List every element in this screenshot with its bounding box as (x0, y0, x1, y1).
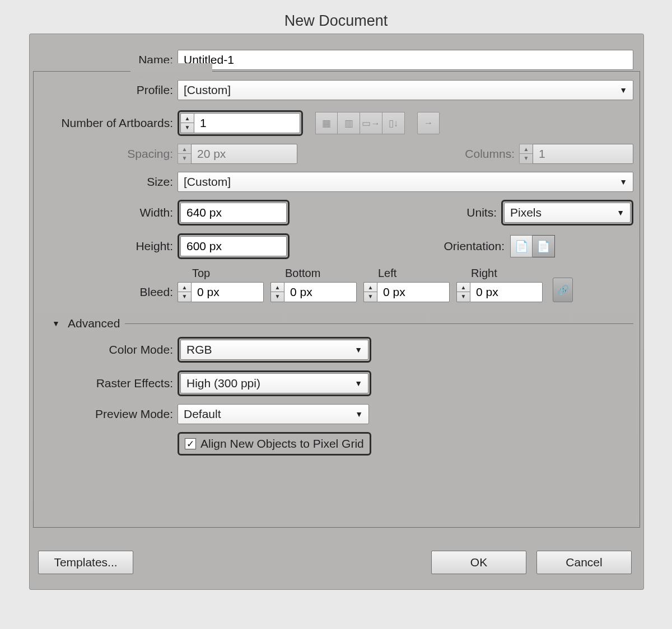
bleed-right-stepper[interactable]: ▲▼ (456, 282, 470, 302)
spacing-stepper: ▲ ▼ (178, 144, 191, 164)
raster-highlight: High (300 ppi) ▼ (178, 370, 371, 396)
orientation-group: 📄 📄 (510, 235, 555, 257)
chevron-down-icon: ▼ (619, 86, 627, 95)
color-mode-highlight: RGB ▼ (178, 337, 371, 363)
cancel-button[interactable]: Cancel (536, 551, 632, 574)
dialog-window: New Document Name: Profile: [Custom] ▼ N… (0, 0, 672, 629)
dialog-body: Name: Profile: [Custom] ▼ Number of Artb… (29, 34, 644, 590)
chevron-down-icon: ▼ (354, 379, 362, 388)
checkmark-icon: ✓ (186, 438, 194, 450)
advanced-toggle[interactable]: ▼ Advanced (52, 317, 633, 330)
artboards-input[interactable] (194, 113, 300, 133)
stepper-down-icon[interactable]: ▼ (181, 123, 194, 132)
bleed-link-button[interactable]: 🔗 (553, 278, 573, 302)
bleed-left-input[interactable] (377, 282, 450, 302)
profile-value: [Custom] (184, 83, 231, 97)
artboards-highlight: ▲ ▼ (178, 110, 303, 136)
height-label: Height: (40, 240, 178, 253)
landscape-icon: 📄 (536, 240, 550, 253)
profile-select[interactable]: [Custom] ▼ (178, 80, 633, 100)
arrange-col-icon: ▯↓ (382, 112, 405, 134)
chevron-down-icon: ▼ (354, 345, 362, 354)
preview-value: Default (184, 407, 221, 421)
height-input[interactable] (180, 236, 287, 256)
arrange-group: ▦ ▥ ▭→ ▯↓ (315, 112, 405, 134)
raster-label: Raster Effects: (40, 377, 178, 390)
chevron-down-icon: ▼ (617, 208, 624, 217)
color-mode-value: RGB (186, 343, 212, 356)
columns-input: 1 (533, 144, 633, 164)
arrange-grid-row-icon: ▦ (315, 112, 338, 134)
bleed-bottom-stepper[interactable]: ▲▼ (270, 282, 284, 302)
size-value: [Custom] (184, 175, 231, 189)
bleed-bottom-input[interactable] (284, 282, 357, 302)
align-label: Align New Objects to Pixel Grid (200, 437, 364, 450)
align-highlight: ✓ Align New Objects to Pixel Grid (178, 432, 371, 456)
name-input[interactable] (178, 50, 633, 70)
orientation-label: Orientation: (290, 240, 510, 253)
bleed-top-label: Top (178, 267, 267, 280)
arrange-rtl-icon: → (417, 112, 440, 134)
stepper-up-icon: ▲ (520, 145, 533, 154)
color-mode-label: Color Mode: (40, 343, 178, 356)
height-highlight (178, 233, 290, 259)
link-icon: 🔗 (557, 284, 569, 296)
arrange-grid-col-icon: ▥ (338, 112, 360, 134)
units-value: Pixels (510, 206, 542, 219)
bleed-right-input[interactable] (470, 282, 543, 302)
width-label: Width: (40, 206, 178, 219)
chevron-down-icon: ▼ (355, 410, 363, 419)
templates-button[interactable]: Templates... (38, 551, 133, 574)
raster-select[interactable]: High (300 ppi) ▼ (180, 373, 368, 393)
ok-button[interactable]: OK (431, 551, 526, 574)
button-bar: Templates... OK Cancel (38, 551, 632, 574)
orientation-portrait-button[interactable]: 📄 (510, 235, 533, 257)
stepper-up-icon: ▲ (178, 145, 191, 154)
stepper-down-icon: ▼ (520, 154, 533, 163)
raster-value: High (300 ppi) (186, 377, 260, 390)
units-highlight: Pixels ▼ (501, 200, 633, 226)
stepper-up-icon[interactable]: ▲ (181, 114, 194, 123)
width-input[interactable] (180, 203, 287, 223)
bleed-bottom-label: Bottom (270, 267, 360, 280)
spacing-label: Spacing: (40, 147, 178, 161)
arrange-row-icon: ▭→ (360, 112, 382, 134)
advanced-label: Advanced (64, 317, 123, 330)
preview-select[interactable]: Default ▼ (178, 404, 369, 424)
size-select[interactable]: [Custom] ▼ (178, 172, 633, 192)
artboards-stepper[interactable]: ▲ ▼ (180, 113, 194, 133)
align-checkbox[interactable]: ✓ (185, 438, 196, 449)
columns-stepper: ▲ ▼ (519, 144, 533, 164)
orientation-landscape-button[interactable]: 📄 (533, 235, 555, 257)
dialog-title: New Document (0, 0, 672, 35)
disclosure-down-icon: ▼ (52, 319, 60, 328)
bleed-label: Bleed: (40, 285, 178, 302)
bleed-top-input[interactable] (191, 282, 264, 302)
bleed-left-stepper[interactable]: ▲▼ (363, 282, 377, 302)
preview-label: Preview Mode: (40, 407, 178, 421)
bleed-left-label: Left (363, 267, 453, 280)
profile-label: Profile: (40, 83, 178, 97)
units-label: Units: (290, 206, 501, 219)
size-label: Size: (40, 175, 178, 189)
portrait-icon: 📄 (515, 240, 529, 253)
stepper-down-icon: ▼ (178, 154, 191, 163)
units-select[interactable]: Pixels ▼ (504, 203, 631, 223)
spacing-input: 20 px (191, 144, 297, 164)
width-highlight (178, 200, 290, 226)
color-mode-select[interactable]: RGB ▼ (180, 340, 368, 360)
bleed-top-stepper[interactable]: ▲▼ (178, 282, 191, 302)
columns-label: Columns: (297, 147, 519, 161)
artboards-label: Number of Artboards: (40, 116, 178, 130)
chevron-down-icon: ▼ (619, 177, 627, 186)
bleed-right-label: Right (456, 267, 546, 280)
